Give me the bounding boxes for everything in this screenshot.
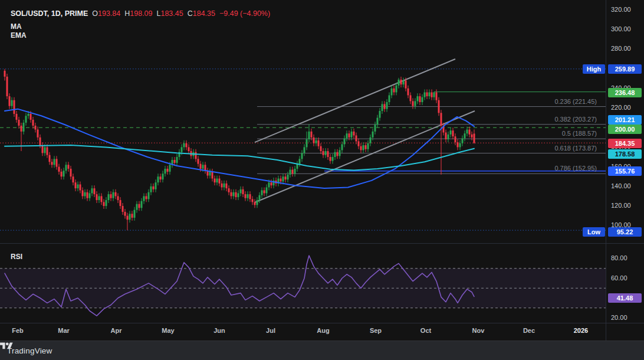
axis-tick-320.00: 320.00 <box>611 6 643 13</box>
channel-upper <box>255 59 455 142</box>
close-label: C <box>188 9 193 18</box>
time-label-Sep: Sep <box>358 327 393 334</box>
time-label-May: May <box>150 327 186 334</box>
time-label-Jun: Jun <box>202 327 237 334</box>
tradingview-logo-icon <box>0 341 13 351</box>
symbol-title[interactable]: SOL/USDT, 1D, PRIME <box>11 9 88 18</box>
fib-label: 0.618 (173.87) <box>554 145 597 152</box>
time-label-Aug: Aug <box>305 327 341 334</box>
low-value: 183.45 <box>160 9 183 18</box>
axis-tick-220.00: 220.00 <box>611 104 643 111</box>
price-badge-155.76: 155.76 <box>608 166 642 176</box>
axis-tick-80.00: 80.00 <box>611 254 643 261</box>
time-label-Dec: Dec <box>511 327 547 334</box>
tradingview-logo-link[interactable]: TradingView <box>7 346 52 355</box>
tradingview-chart: 0.236 (221.45)0.382 (203.27)0.5 (188.57)… <box>0 0 644 360</box>
high-value: 198.09 <box>130 9 152 18</box>
time-label-Oct: Oct <box>408 327 443 334</box>
ma-line <box>5 109 474 188</box>
open-value: 193.84 <box>98 9 120 18</box>
chart-legend: SOL/USDT, 1D, PRIMEO193.84H198.09L183.45… <box>11 9 270 18</box>
footer-bar: TradingView <box>0 341 644 360</box>
candlestick-series <box>4 69 475 230</box>
time-label-2026: 2026 <box>563 327 599 334</box>
time-label-Nov: Nov <box>461 327 496 334</box>
ema-indicator-label[interactable]: EMA <box>11 31 27 40</box>
rsi-indicator-label[interactable]: RSI <box>11 253 22 261</box>
axis-tick-300.00: 300.00 <box>611 25 643 32</box>
price-badge-259.89: 259.89 <box>608 64 642 74</box>
fib-label: 0.786 (152.95) <box>554 165 597 172</box>
ema-line <box>5 145 474 170</box>
fib-label: 0.382 (203.27) <box>554 116 597 123</box>
tradingview-logo-text: TradingView <box>7 346 52 355</box>
axis-tick-60.00: 60.00 <box>611 274 643 282</box>
high-label: H <box>124 9 130 18</box>
axis-tick-280.00: 280.00 <box>611 45 643 52</box>
price-badge-236.48: 236.48 <box>608 88 642 97</box>
close-value: 184.35 <box>193 9 215 18</box>
high-tag-chip: High <box>583 64 605 74</box>
time-label-Feb: Feb <box>0 327 35 334</box>
time-label-Jul: Jul <box>253 327 288 334</box>
open-label: O <box>92 9 98 18</box>
axis-tick-20.00: 20.00 <box>611 314 643 321</box>
price-badge-95.22: 95.22 <box>608 227 642 237</box>
price-badge-200.00: 200.00 <box>608 125 642 134</box>
axis-tick-120.00: 120.00 <box>611 202 643 209</box>
time-label-Apr: Apr <box>98 327 134 334</box>
price-badge-184.35: 184.35 <box>608 139 642 148</box>
fib-label: 0.5 (188.57) <box>562 130 597 137</box>
time-label-Mar: Mar <box>46 327 81 334</box>
fib-label: 0.236 (221.45) <box>554 98 597 105</box>
price-badge-201.21: 201.21 <box>608 115 642 125</box>
change-value: −9.49 (−4.90%) <box>219 9 270 18</box>
axis-tick-140.00: 140.00 <box>611 182 643 189</box>
price-badge-178.58: 178.58 <box>608 149 642 159</box>
low-tag-chip: Low <box>583 227 605 237</box>
chart-canvas[interactable]: 0.236 (221.45)0.382 (203.27)0.5 (188.57)… <box>0 0 644 341</box>
ma-indicator-label[interactable]: MA <box>11 22 22 31</box>
price-badge-41.48: 41.48 <box>608 293 642 303</box>
